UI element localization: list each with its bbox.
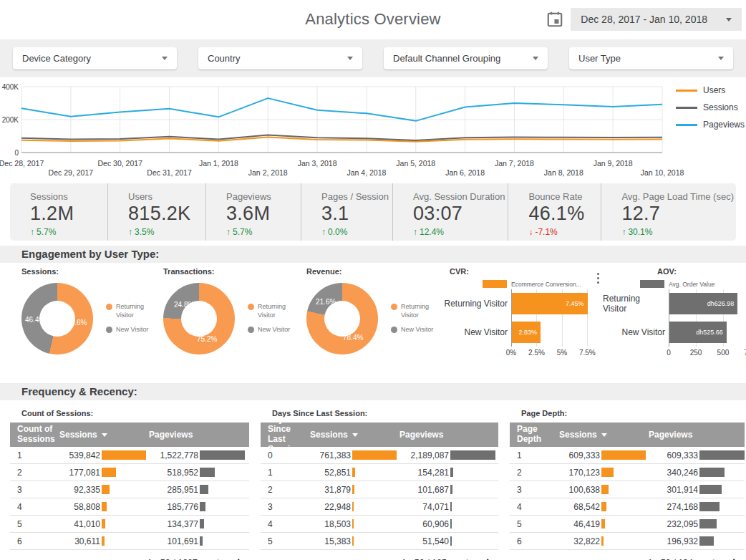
sessions-bar-zone (351, 519, 397, 528)
donut-transactions_by_user_type[interactable]: 75.2%24.8% (163, 283, 235, 354)
pageviews-bar-zone (698, 450, 745, 460)
sessions-bar-zone (351, 502, 397, 511)
svg-text:Dec 31, 2017: Dec 31, 2017 (147, 168, 192, 177)
svg-text:Jan 5, 2018: Jan 5, 2018 (396, 159, 435, 168)
section-frequency-header: Frequency & Recency: (0, 383, 746, 400)
cell-sessions-value: 58,808 (59, 502, 100, 512)
cell-dimension: 2 (510, 468, 559, 478)
filter-user-type[interactable]: User Type (569, 47, 733, 69)
cell-sessions-value: 32,822 (559, 536, 600, 546)
metric-value: 46.1% (528, 203, 598, 225)
cell-dimension: 0 (261, 450, 310, 460)
cell-dimension: 4 (510, 502, 559, 512)
column-header-sessions[interactable]: Sessions (59, 430, 149, 440)
donut-sessions_by_user_type[interactable]: 53.6%46.4% (21, 283, 93, 354)
bar-new-visitor: dh525.66 (669, 322, 727, 343)
cell-dimension: 5 (261, 536, 310, 546)
donut-hole (324, 301, 360, 337)
sessions-bar-zone (351, 536, 397, 546)
pageviews-bar (699, 450, 745, 460)
timeseries-plot-area[interactable]: 400K200K0Dec 28, 2017Dec 29, 2017Dec 30,… (0, 79, 746, 183)
axis-tick-label: 7.5% (579, 349, 596, 357)
pageviews-bar (450, 468, 453, 477)
cell-pageviews-value: 285,951 (146, 485, 198, 495)
chart-options-kebab-icon[interactable] (594, 273, 602, 284)
section-engagement-header: Engagement by User Type: (0, 246, 746, 263)
donut-chart-transactions_by_user_type: Transactions:75.2%24.8%Returning Visitor… (153, 267, 295, 354)
metric-delta: ↑3.5% (128, 227, 203, 237)
delta-value: 5.7% (37, 227, 56, 237)
cell-dimension: 1 (10, 450, 59, 460)
delta-value: 30.1% (628, 227, 652, 237)
axis-tick-label: 2.5% (528, 349, 545, 357)
legend-item-new-visitor: New Visitor (106, 326, 153, 334)
column-header-dimension[interactable]: Count of Sessions (10, 425, 59, 445)
pageviews-bar-zone (198, 468, 249, 477)
pageviews-bar (450, 485, 452, 494)
table-days-since-last-session: Days Since Last Session:Days Since Last … (261, 400, 498, 560)
date-range-picker[interactable]: Dec 28, 2017 - Jan 10, 2018 (571, 8, 742, 31)
column-header-pageviews[interactable]: Pageviews (149, 430, 249, 440)
bar-chart-legend: Ecommerce Conversion... (483, 280, 591, 288)
timeseries-legend: UsersSessionsPageviews (676, 85, 745, 130)
filter-device-category[interactable]: Device Category (13, 47, 177, 69)
timeseries-svg[interactable]: 400K200K0Dec 28, 2017Dec 29, 2017Dec 30,… (0, 79, 746, 180)
column-header-pageviews[interactable]: Pageviews (399, 430, 498, 440)
table-row: 152,851154,281 (261, 464, 498, 481)
bar-categories: Returning VisitorNew Visitor (603, 289, 669, 347)
bar-plot-area[interactable]: dh626.98dh525.66 (669, 289, 746, 347)
chart-title: AOV: (657, 267, 746, 276)
table-row: 632,822196,932 (510, 533, 745, 550)
metric-delta: ↑0.0% (321, 227, 389, 237)
column-header-pageviews[interactable]: Pageviews (649, 430, 745, 440)
donut-revenue_by_user_type[interactable]: 78.4%21.6% (306, 283, 378, 354)
bar-returning-visitor: 7.45% (512, 293, 588, 314)
bar-axis-ticks: 0%2.5%5%7.5% (511, 349, 591, 359)
sessions-bar-zone (100, 468, 146, 477)
donut-chart-sessions_by_user_type: Sessions:53.6%46.4%Returning VisitorNew … (11, 267, 153, 354)
column-header-dimension[interactable]: Page Depth (510, 425, 559, 445)
table-row: 322,94874,071 (261, 498, 498, 516)
legend-dot (391, 304, 397, 310)
svg-text:Jan 6, 2018: Jan 6, 2018 (445, 168, 485, 177)
bar-plot-area[interactable]: 7.45%2.83% (511, 289, 591, 347)
sessions-bar-zone (100, 502, 146, 511)
metric-delta: ↓-7.1% (528, 227, 598, 237)
svg-text:Dec 28, 2017: Dec 28, 2017 (0, 159, 44, 168)
sort-desc-icon (601, 433, 607, 437)
frequency-tables: Count of Sessions:Count of SessionsSessi… (0, 400, 746, 560)
column-header-sessions[interactable]: Sessions (559, 430, 649, 440)
svg-text:Jan 8, 2018: Jan 8, 2018 (544, 168, 583, 177)
traffic-timeseries-chart[interactable]: 400K200K0Dec 28, 2017Dec 29, 2017Dec 30,… (0, 79, 746, 181)
pageviews-bar-zone (698, 519, 745, 528)
legend-dot (248, 304, 254, 310)
pageviews-bar (200, 468, 215, 477)
sessions-bar (352, 519, 354, 528)
cell-pageviews-value: 51,540 (397, 536, 449, 546)
cell-pageviews-value: 274,168 (646, 502, 698, 512)
column-header-dimension[interactable]: Days Since Last Session (261, 415, 310, 454)
cell-pageviews-value: 232,095 (646, 519, 698, 529)
metric-label: Avg. Session Duration (413, 191, 505, 202)
scorecard-pageviews: Pageviews3.6M↑5.7% (205, 183, 301, 241)
legend-dot (248, 327, 254, 333)
cell-sessions-value: 170,123 (559, 468, 600, 478)
column-header-label: Sessions (59, 430, 97, 440)
bar-chart-body: Returning VisitorNew Visitordh626.98dh52… (603, 289, 746, 347)
sessions-bar (102, 502, 107, 511)
filter-label: User Type (578, 53, 621, 64)
sessions-bar (601, 468, 614, 477)
sessions-bar (352, 450, 397, 460)
filter-country[interactable]: Country (198, 47, 362, 69)
sessions-bar (102, 485, 110, 494)
pageviews-bar (699, 502, 720, 511)
svg-text:Jan 1, 2018: Jan 1, 2018 (199, 159, 238, 168)
filter-default-channel-grouping[interactable]: Default Channel Grouping (384, 47, 548, 69)
column-header-sessions[interactable]: Sessions (310, 430, 399, 440)
legend-item-sessions: Sessions (676, 102, 745, 112)
cell-pageviews-value: 101,687 (397, 485, 449, 495)
legend-dot (106, 327, 112, 333)
metric-delta: ↑5.7% (30, 227, 105, 237)
metric-label: Pages / Session (321, 191, 389, 202)
chart-title: Sessions: (21, 267, 153, 276)
